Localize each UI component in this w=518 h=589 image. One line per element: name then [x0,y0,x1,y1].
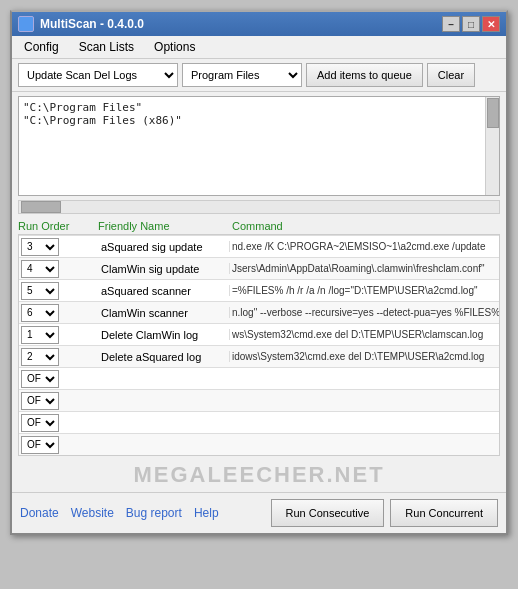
row-friendly-4: Delete ClamWin log [99,329,229,341]
row-order-4: 123456OFF [19,325,99,345]
row-order-0: 312456OFF [19,237,99,257]
row-friendly-2: aSquared scanner [99,285,229,297]
scrollbar-thumb-h[interactable] [21,201,61,213]
toolbar: Update Scan Del Logs Program Files Add i… [12,59,506,92]
row-order-3: 612345OFF [19,303,99,323]
maximize-button[interactable]: □ [462,16,480,32]
scrollbar-thumb-v[interactable] [487,98,499,128]
header-friendly-name: Friendly Name [98,220,228,232]
menubar: Config Scan Lists Options [12,36,506,59]
row-order-5: 213456OFF [19,347,99,367]
footer: Donate Website Bug report Help Run Conse… [12,492,506,533]
row-friendly-3: ClamWin scanner [99,307,229,319]
table-row: 123456OFF Delete ClamWin log ws\System32… [19,323,499,345]
order-select-6[interactable]: OFF123 [21,370,59,388]
order-select-1[interactable]: 412356OFF [21,260,59,278]
textarea-line-1: "C:\Program Files" [23,101,495,114]
help-link[interactable]: Help [194,506,219,520]
order-select-5[interactable]: 213456OFF [21,348,59,366]
table-row: OFF123 [19,389,499,411]
run-consecutive-button[interactable]: Run Consecutive [271,499,385,527]
close-button[interactable]: ✕ [482,16,500,32]
vertical-scrollbar[interactable] [485,97,499,195]
table-row: OFF123 [19,411,499,433]
order-select-4[interactable]: 123456OFF [21,326,59,344]
table-row: 612345OFF ClamWin scanner n.log" --verbo… [19,301,499,323]
title-bar-left: MultiScan - 0.4.0.0 [18,16,144,32]
website-link[interactable]: Website [71,506,114,520]
table-body: 312456OFF aSquared sig update nd.exe /K … [18,234,500,456]
order-select-7[interactable]: OFF123 [21,392,59,410]
row-command-3: n.log" --verbose --recursive=yes --detec… [229,307,499,318]
run-concurrent-button[interactable]: Run Concurrent [390,499,498,527]
row-order-9: OFF123 [19,435,99,455]
order-select-3[interactable]: 612345OFF [21,304,59,322]
header-command: Command [228,220,500,232]
header-run-order: Run Order [18,220,98,232]
queue-textarea[interactable]: "C:\Program Files" "C:\Program Files (x8… [18,96,500,196]
table-row: OFF123 [19,367,499,389]
table-row: OFF123 [19,433,499,455]
menu-scan-lists[interactable]: Scan Lists [71,38,142,56]
footer-buttons: Run Consecutive Run Concurrent [271,499,498,527]
donate-link[interactable]: Donate [20,506,59,520]
watermark: MEGALEECHER.NET [12,458,506,490]
order-select-8[interactable]: OFF123 [21,414,59,432]
row-command-0: nd.exe /K C:\PROGRA~2\EMSISO~1\a2cmd.exe… [229,241,499,252]
main-window: MultiScan - 0.4.0.0 – □ ✕ Config Scan Li… [10,10,508,535]
table-row: 312456OFF aSquared sig update nd.exe /K … [19,235,499,257]
row-order-6: OFF123 [19,369,99,389]
table-header: Run Order Friendly Name Command [18,218,500,234]
row-order-7: OFF123 [19,391,99,411]
row-friendly-1: ClamWin sig update [99,263,229,275]
clear-button[interactable]: Clear [427,63,475,87]
app-icon [18,16,34,32]
row-command-4: ws\System32\cmd.exe del D:\TEMP\USER\cla… [229,329,499,340]
footer-links: Donate Website Bug report Help [20,506,219,520]
row-command-5: idows\System32\cmd.exe del D:\TEMP\USER\… [229,351,499,362]
minimize-button[interactable]: – [442,16,460,32]
bug-report-link[interactable]: Bug report [126,506,182,520]
row-order-8: OFF123 [19,413,99,433]
window-title: MultiScan - 0.4.0.0 [40,17,144,31]
add-items-button[interactable]: Add items to queue [306,63,423,87]
row-friendly-5: Delete aSquared log [99,351,229,363]
order-select-2[interactable]: 512346OFF [21,282,59,300]
menu-options[interactable]: Options [146,38,203,56]
table-row: 512346OFF aSquared scanner =%FILES% /h /… [19,279,499,301]
row-command-1: Jsers\Admin\AppData\Roaming\.clamwin\fre… [229,263,499,274]
row-command-2: =%FILES% /h /r /a /n /log="D:\TEMP\USER\… [229,285,499,296]
row-order-2: 512346OFF [19,281,99,301]
order-select-0[interactable]: 312456OFF [21,238,59,256]
table-row: 412356OFF ClamWin sig update Jsers\Admin… [19,257,499,279]
scan-table: Run Order Friendly Name Command 312456OF… [18,218,500,456]
order-select-9[interactable]: OFF123 [21,436,59,454]
row-friendly-0: aSquared sig update [99,241,229,253]
title-controls: – □ ✕ [442,16,500,32]
textarea-line-2: "C:\Program Files (x86)" [23,114,495,127]
folder-dropdown[interactable]: Program Files [182,63,302,87]
horizontal-scrollbar[interactable] [18,200,500,214]
table-row: 213456OFF Delete aSquared log idows\Syst… [19,345,499,367]
mode-dropdown[interactable]: Update Scan Del Logs [18,63,178,87]
row-order-1: 412356OFF [19,259,99,279]
menu-config[interactable]: Config [16,38,67,56]
textarea-content: "C:\Program Files" "C:\Program Files (x8… [19,97,499,131]
title-bar: MultiScan - 0.4.0.0 – □ ✕ [12,12,506,36]
